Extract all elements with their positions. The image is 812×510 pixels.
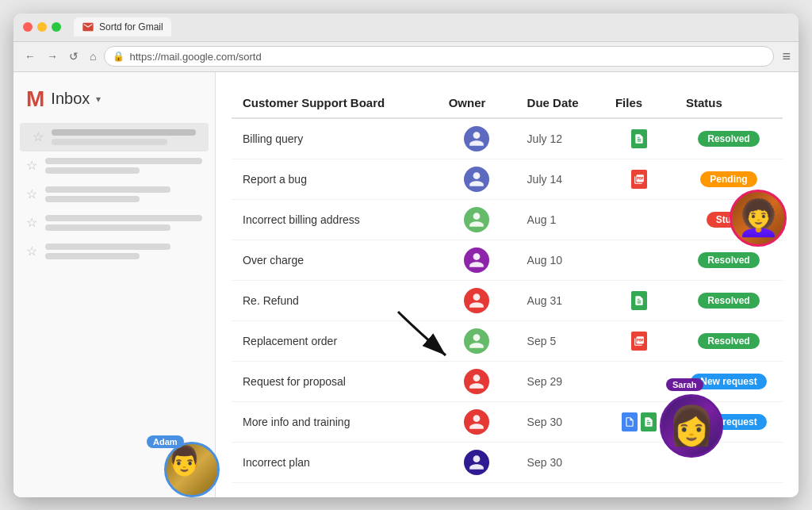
owner-avatar [464,369,489,394]
sidebar: M Inbox ▾ ☆ ☆ ☆ [13,72,216,497]
row-date: Aug 10 [516,240,604,280]
row-name: More info and training [232,401,438,442]
sheets-file-icon [641,412,657,431]
inbox-label[interactable]: Inbox [51,90,90,108]
table-row[interactable]: Incorrect billing addressAug 1Stuck [232,199,783,240]
line [45,158,202,164]
status-badge: Resolved [698,293,759,309]
sidebar-text-line-2 [52,139,167,145]
row-date: July 12 [516,118,604,159]
inbox-dropdown-icon[interactable]: ▾ [96,94,101,105]
row-date: Aug 31 [516,280,604,320]
table-row[interactable]: Billing queryJuly 12Resolved [232,118,783,159]
row-name: Request for proposal [232,361,438,401]
line [45,224,170,231]
col-header-status: Status [675,88,783,118]
table-row[interactable]: Report a bugJuly 14Pending [232,159,783,199]
woman-face-emoji: 👩‍🦱 [732,192,784,244]
sidebar-item-active[interactable]: ☆ [20,123,209,151]
sidebar-item-4[interactable]: ☆ [13,209,215,237]
owner-avatar [464,450,489,475]
sarah-label: Sarah [666,378,703,391]
status-badge: Resolved [698,131,759,147]
row-date: Sep 5 [516,320,604,361]
line [45,253,140,259]
row-name: Incorrect plan [232,442,438,482]
row-name: Re. Refund [232,280,438,320]
pdf-file-icon [631,332,647,351]
row-owner [438,320,516,361]
close-button[interactable] [23,22,33,32]
docs-file-icon [622,412,638,431]
row-date: Aug 1 [516,199,604,240]
sidebar-item-3[interactable]: ☆ [13,180,215,209]
row-files [604,320,675,361]
row-date: July 14 [516,159,604,199]
row-date: Sep 30 [516,442,604,482]
adam-face-emoji: 👨 [167,444,202,477]
sidebar-text-content [52,129,196,145]
sheets-file-icon [631,291,647,310]
row-owner [438,199,516,240]
address-bar[interactable]: 🔒 https://mail.google.com/sortd [104,46,774,67]
forward-button[interactable]: → [44,48,61,64]
col-header-files: Files [604,88,675,118]
row-files [604,118,675,159]
status-badge: Resolved [698,333,759,349]
col-header-board: Customer Support Board [232,88,438,118]
browser-titlebar: Sortd for Gmail [13,13,799,42]
owner-avatar [464,288,489,313]
woman-avatar-container: 👩‍🦱 [730,190,787,247]
table-row[interactable]: Re. RefundAug 31Resolved [232,280,783,320]
owner-avatar [464,247,489,273]
maximize-button[interactable] [52,22,61,32]
line [45,186,170,193]
row-files [604,280,675,320]
row-name: Billing query [232,118,438,159]
adam-avatar: 👨 [164,442,220,497]
row-status: Resolved [675,118,783,159]
home-button[interactable]: ⌂ [86,48,99,64]
minimize-button[interactable] [37,22,47,32]
row-files [604,240,675,280]
row-owner [438,401,516,442]
table-row[interactable]: Replacement orderSep 5Resolved [232,320,783,361]
line [45,167,140,174]
gmail-logo: M [26,86,44,112]
line [45,243,170,250]
lock-icon: 🔒 [113,51,124,62]
browser-window: Sortd for Gmail ← → ↺ ⌂ 🔒 https://mail.g… [13,13,799,497]
traffic-lights [23,22,61,32]
sidebar-item-5[interactable]: ☆ [13,237,215,266]
row-name: Incorrect billing address [232,199,438,240]
main-content: Customer Support Board Owner Due Date Fi… [216,72,799,497]
row-owner [438,118,516,159]
row-owner [438,240,516,280]
row-files [604,159,675,199]
sidebar-text-2 [45,158,202,174]
sidebar-text-5 [45,243,202,259]
refresh-button[interactable]: ↺ [66,48,82,64]
row-date: Sep 30 [516,401,604,442]
line [45,215,202,221]
row-owner [438,442,516,482]
row-status: Resolved [675,320,783,361]
back-button[interactable]: ← [21,48,39,64]
row-name: Over charge [232,240,438,280]
sidebar-item-2[interactable]: ☆ [13,151,215,180]
tab-title: Sortd for Gmail [99,21,163,33]
app-container: M Inbox ▾ ☆ ☆ ☆ [13,72,799,497]
star-icon-2: ☆ [26,158,37,173]
sidebar-text-4 [45,215,202,231]
table-row[interactable]: Over chargeAug 10Resolved [232,240,783,280]
status-badge: Pending [700,171,756,187]
sarah-face-emoji: 👩 [662,397,721,455]
row-owner [438,361,516,401]
sarah-avatar: 👩 [660,394,723,458]
woman-avatar: 👩‍🦱 [730,190,787,247]
owner-avatar [464,207,489,232]
status-badge: Resolved [698,252,759,268]
col-header-owner: Owner [438,88,516,118]
browser-tab[interactable]: Sortd for Gmail [74,17,171,36]
browser-menu-icon[interactable]: ≡ [782,48,791,65]
